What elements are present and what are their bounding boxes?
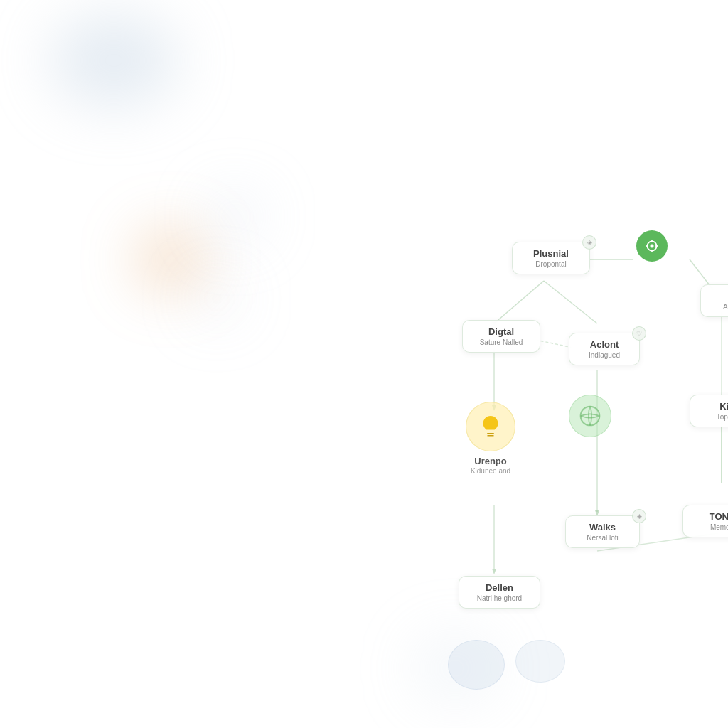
node-globe[interactable] [569, 395, 611, 441]
svg-line-0 [494, 281, 544, 323]
walks-icon: ◈ [632, 509, 646, 523]
background-blob-4 [192, 277, 242, 320]
background-blob-2 [135, 228, 206, 291]
target-icon [645, 239, 659, 253]
node-gcon[interactable]: Gcon Actone / S [700, 284, 728, 317]
node-plusnial[interactable]: Plusnial Dropontal ◈ [512, 242, 590, 274]
lightbulb-icon [478, 414, 503, 439]
svg-point-22 [581, 407, 600, 426]
node-walks[interactable]: Walks Nersal lofi ◈ [565, 515, 640, 548]
globe-icon [569, 395, 611, 437]
node-kilewni[interactable]: Kilewni Top Incenab [690, 395, 728, 427]
node-one-fine[interactable]: 1 fine [636, 240, 663, 252]
svg-point-16 [651, 245, 654, 248]
svg-marker-12 [492, 569, 496, 574]
node-urenpo[interactable]: Urenpo Kidunee and [466, 402, 515, 475]
node-dellen[interactable]: Dellen Natri he ghord [459, 576, 540, 609]
node-tones[interactable]: TONES Memorbo [682, 505, 728, 537]
flow-diagram: Plusnial Dropontal ◈ 1 fine Gcon Actone … [441, 0, 728, 728]
one-fine-circle [636, 230, 668, 262]
bottom-decorative-circles [448, 640, 565, 690]
node-digtal[interactable]: Digtal Sature Nalled [462, 320, 540, 353]
svg-line-1 [544, 281, 597, 323]
svg-rect-21 [488, 433, 494, 434]
network-icon [579, 405, 601, 427]
background-blob-3 [206, 192, 263, 242]
plusnial-icon: ◈ [582, 235, 596, 250]
deco-circle-2 [515, 640, 565, 682]
deco-circle-1 [448, 640, 505, 690]
node-aclont[interactable]: Aclont Indlagued ♡ [569, 333, 640, 365]
aclont-icon: ♡ [632, 326, 646, 341]
background-blob-1 [50, 14, 178, 107]
bulb-icon [466, 402, 515, 451]
